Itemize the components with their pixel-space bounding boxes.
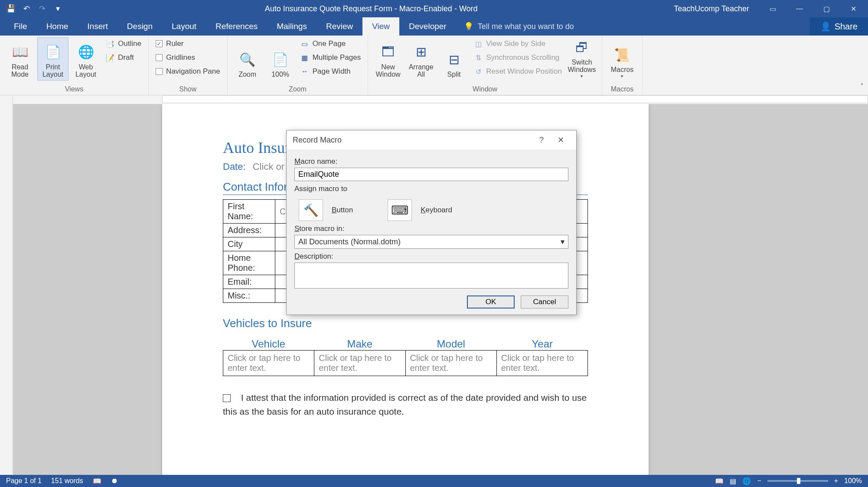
tab-file[interactable]: File [4, 17, 37, 36]
tab-home[interactable]: Home [37, 17, 78, 36]
veh-cell-vehicle[interactable]: Click or tap here to enter text. [223, 351, 314, 376]
arrange-all-icon: ⊞ [412, 43, 430, 61]
outline-button[interactable]: 📑Outline [103, 37, 144, 50]
page-width-button[interactable]: ↔Page Width [298, 65, 364, 78]
dialog-help-icon[interactable]: ? [532, 136, 551, 145]
print-layout-view-icon[interactable]: ▤ [730, 477, 736, 485]
navpane-checkbox[interactable]: Navigation Pane [153, 65, 223, 78]
macro-record-icon[interactable]: ⏺ [111, 477, 118, 485]
cancel-button[interactable]: Cancel [521, 295, 568, 308]
date-label: Date: [223, 161, 246, 172]
veh-cell-year[interactable]: Click or tap here to enter text. [496, 351, 587, 376]
page-status[interactable]: Page 1 of 1 [6, 477, 42, 485]
zoom-level[interactable]: 100% [844, 477, 862, 485]
share-label: Share [835, 22, 858, 32]
ok-button[interactable]: OK [467, 295, 515, 308]
veh-cell-model[interactable]: Click or tap here to enter text. [405, 351, 496, 376]
misc-label: Misc.: [223, 289, 275, 303]
one-page-button[interactable]: ▭One Page [298, 37, 364, 50]
tab-references[interactable]: References [206, 17, 267, 36]
dialog-close-icon[interactable]: ✕ [551, 135, 570, 145]
description-label: Description: [294, 252, 568, 261]
assign-keyboard-option[interactable]: ⌨ Keyboard [388, 199, 452, 221]
maximize-icon[interactable]: ▢ [813, 0, 839, 17]
side-by-side-icon: ◫ [474, 39, 483, 48]
minimize-icon[interactable]: — [786, 0, 813, 17]
switch-windows-icon: 🗗 [573, 39, 591, 56]
zoom-slider[interactable] [767, 480, 828, 482]
word-count[interactable]: 151 words [51, 477, 83, 485]
read-mode-icon: 📖 [11, 43, 29, 61]
web-layout-button[interactable]: 🌐 Web Layout [70, 37, 101, 81]
zoom-100-button[interactable]: 📄100% [265, 37, 296, 81]
group-show: ✓Ruler Gridlines Navigation Pane Show [149, 36, 228, 95]
print-layout-button[interactable]: 📄 Print Layout [37, 37, 69, 81]
share-button[interactable]: 👤 Share [810, 17, 868, 36]
description-input[interactable] [294, 263, 568, 289]
new-window-button[interactable]: 🗔New Window [372, 37, 404, 81]
reset-pos-icon: ↺ [474, 67, 483, 76]
read-mode-view-icon[interactable]: 📖 [715, 477, 724, 485]
sync-scroll-button[interactable]: ⇅Synchronous Scrolling [471, 51, 565, 64]
macros-icon: 📜 [613, 46, 631, 63]
multi-page-button[interactable]: ▦Multiple Pages [298, 51, 364, 64]
one-page-icon: ▭ [300, 39, 309, 48]
title-bar: 💾 ↶ ↷ ▾ Auto Insurance Quote Request For… [0, 0, 868, 17]
switch-windows-button[interactable]: 🗗Switch Windows▾ [566, 37, 597, 81]
veh-col-year: Year [497, 338, 588, 350]
side-by-side-button[interactable]: ◫View Side by Side [471, 37, 565, 50]
tab-view[interactable]: View [362, 17, 399, 36]
redo-icon[interactable]: ↷ [37, 4, 47, 13]
spellcheck-icon[interactable]: 📖 [93, 477, 101, 485]
ribbon-options-icon[interactable]: ▭ [760, 0, 786, 17]
draft-button[interactable]: 📝Draft [103, 51, 144, 64]
ribbon-tabs: File Home Insert Design Layout Reference… [0, 17, 868, 36]
vehicles-table: Click or tap here to enter text. Click o… [223, 350, 588, 376]
chevron-down-icon: ▾ [561, 237, 565, 247]
veh-cell-make[interactable]: Click or tap here to enter text. [314, 351, 405, 376]
tab-layout[interactable]: Layout [162, 17, 206, 36]
gridlines-checkbox[interactable]: Gridlines [153, 51, 223, 64]
tell-me[interactable]: 💡 Tell me what you want to do [456, 17, 582, 36]
address-label: Address: [223, 224, 275, 237]
qat-more-icon[interactable]: ▾ [53, 4, 62, 13]
zoom-100-label: 100% [271, 71, 289, 78]
tab-review[interactable]: Review [317, 17, 362, 36]
collapse-ribbon-icon[interactable]: ˄ [860, 82, 864, 91]
vertical-ruler[interactable] [0, 104, 13, 479]
lightbulb-icon: 💡 [464, 22, 473, 31]
web-layout-view-icon[interactable]: 🌐 [742, 477, 751, 485]
undo-icon[interactable]: ↶ [22, 4, 31, 13]
tell-me-label: Tell me what you want to do [478, 22, 574, 31]
checkbox-icon [156, 68, 163, 75]
attest-text: I attest that the information provided i… [223, 393, 587, 416]
save-icon[interactable]: 💾 [6, 4, 16, 13]
dialog-titlebar: Record Macro ? ✕ [287, 130, 576, 149]
tab-design[interactable]: Design [117, 17, 162, 36]
arrange-all-button[interactable]: ⊞Arrange All [405, 37, 437, 81]
attest-checkbox[interactable] [223, 394, 231, 402]
zoom-button[interactable]: 🔍Zoom [232, 37, 263, 81]
macro-name-input[interactable] [294, 168, 568, 181]
gridlines-label: Gridlines [166, 53, 195, 62]
ruler-checkbox[interactable]: ✓Ruler [153, 37, 223, 50]
split-button[interactable]: ⊟Split [438, 37, 470, 81]
tab-mailings[interactable]: Mailings [267, 17, 317, 36]
macros-button[interactable]: 📜Macros▾ [607, 37, 638, 81]
tab-developer[interactable]: Developer [399, 17, 456, 36]
zoom-in-icon[interactable]: + [834, 477, 838, 485]
print-layout-label: Print Layout [39, 63, 67, 78]
zoom-out-icon[interactable]: − [757, 477, 761, 485]
assign-button-option[interactable]: 🔨 Button [299, 199, 353, 221]
web-layout-label: Web Layout [72, 63, 100, 78]
read-mode-button[interactable]: 📖 Read Mode [4, 37, 36, 81]
tab-insert[interactable]: Insert [78, 17, 117, 36]
close-icon[interactable]: ✕ [840, 0, 866, 17]
draft-label: Draft [118, 53, 134, 62]
one-page-label: One Page [313, 39, 346, 48]
draft-icon: 📝 [106, 53, 114, 62]
store-macro-select[interactable]: All Documents (Normal.dotm) ▾ [294, 235, 568, 249]
reset-pos-button[interactable]: ↺Reset Window Position [471, 65, 565, 78]
horizontal-ruler[interactable] [0, 95, 868, 104]
email-label: Email: [223, 275, 275, 289]
